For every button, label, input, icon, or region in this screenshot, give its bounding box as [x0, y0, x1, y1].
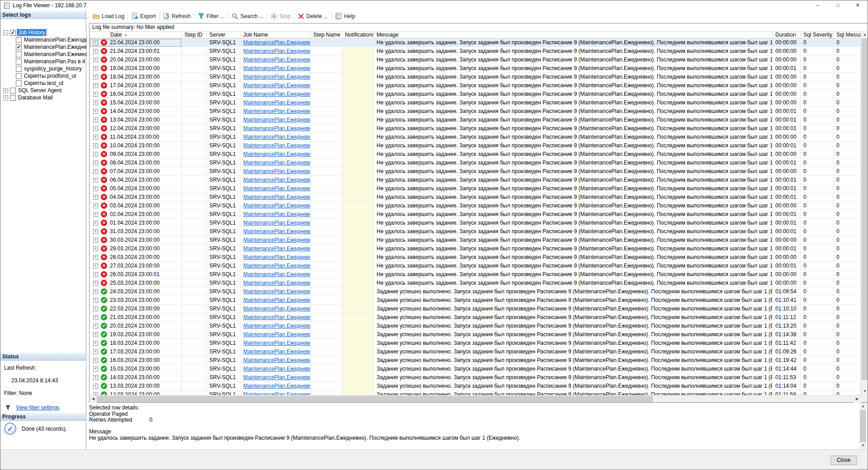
job-name-link[interactable]: MaintenancePlan.Ежедневно	[243, 391, 311, 395]
table-row[interactable]: +✕10.04.2024 23:00:00SRV-SQL1Maintenance…	[90, 141, 868, 150]
job-name-cell[interactable]: MaintenancePlan.Ежедневно	[241, 193, 311, 202]
job-name-cell[interactable]: MaintenancePlan.Ежедневно	[241, 176, 311, 184]
job-name-cell[interactable]: MaintenancePlan.Ежедневно	[241, 313, 311, 322]
job-name-cell[interactable]: MaintenancePlan.Ежедневно	[241, 339, 311, 348]
details-vscroll-thumb[interactable]	[860, 410, 866, 442]
close-window-button[interactable]: ✕	[848, 0, 868, 10]
job-name-link[interactable]: MaintenancePlan.Ежедневно	[243, 340, 311, 346]
job-name-cell[interactable]: MaintenancePlan.Ежедневно	[241, 305, 311, 313]
expand-row-icon[interactable]: +	[93, 178, 98, 183]
table-row[interactable]: +✕15.04.2024 23:00:00SRV-SQL1Maintenance…	[90, 99, 868, 107]
expand-row-icon[interactable]: +	[93, 57, 98, 62]
table-row[interactable]: +✕31.03.2024 23:00:00SRV-SQL1Maintenance…	[90, 227, 868, 236]
job-name-link[interactable]: MaintenancePlan.Ежедневно	[243, 125, 311, 132]
column-header-notifications[interactable]: Notifications	[342, 32, 374, 38]
table-row[interactable]: +✕30.03.2024 23:00:00SRV-SQL1Maintenance…	[90, 236, 868, 244]
expand-row-icon[interactable]: +	[93, 238, 98, 243]
scroll-up-arrow-icon[interactable]: ▲	[859, 403, 867, 410]
column-header-message[interactable]: Message	[374, 32, 773, 38]
job-name-cell[interactable]: MaintenancePlan.Ежедневно	[241, 90, 311, 99]
tree-item-label[interactable]: Скрипты.prodfond_ut	[23, 73, 77, 79]
tree-item-label[interactable]: Database Mail	[17, 94, 54, 101]
refresh-button[interactable]: Refresh	[160, 12, 193, 21]
column-header-step-name[interactable]: Step Name	[311, 32, 342, 38]
table-row[interactable]: +✕29.03.2024 23:00:00SRV-SQL1Maintenance…	[90, 244, 868, 253]
job-name-cell[interactable]: MaintenancePlan.Ежедневно	[241, 262, 311, 270]
expand-row-icon[interactable]: +	[93, 126, 98, 131]
table-row[interactable]: +✔22.03.2024 23:00:00SRV-SQL1Maintenance…	[90, 305, 868, 313]
job-name-cell[interactable]: MaintenancePlan.Ежедневно	[241, 365, 311, 373]
table-row[interactable]: +✕01.04.2024 23:00:00SRV-SQL1Maintenance…	[90, 219, 868, 227]
scroll-left-arrow-icon[interactable]: ◀	[90, 395, 97, 403]
table-row[interactable]: +✕04.04.2024 23:00:00SRV-SQL1Maintenance…	[90, 193, 868, 202]
expand-row-icon[interactable]: +	[93, 75, 98, 80]
expand-row-icon[interactable]: +	[93, 298, 98, 303]
job-name-cell[interactable]: MaintenancePlan.Ежедневно	[241, 330, 311, 339]
expand-row-icon[interactable]: +	[93, 315, 98, 320]
delete-button[interactable]: Delete ...	[295, 12, 330, 21]
table-row[interactable]: +✕19.04.2024 23:00:00SRV-SQL1Maintenance…	[90, 64, 868, 73]
column-header-server[interactable]: Server	[207, 32, 241, 38]
grid-vscroll-thumb[interactable]	[862, 38, 868, 380]
tree-item-label[interactable]: MaintenancePlan.Ежедневно	[23, 44, 96, 50]
expand-row-icon[interactable]: +	[93, 169, 98, 174]
job-name-cell[interactable]: MaintenancePlan.Ежедневно	[241, 270, 311, 279]
job-name-cell[interactable]: MaintenancePlan.Ежедневно	[241, 124, 311, 133]
job-name-link[interactable]: MaintenancePlan.Ежедневно	[243, 220, 311, 226]
scroll-up-arrow-icon[interactable]: ▲	[861, 31, 868, 38]
expand-row-icon[interactable]: +	[93, 212, 98, 217]
job-name-cell[interactable]: MaintenancePlan.Ежедневно	[241, 107, 311, 116]
job-name-link[interactable]: MaintenancePlan.Ежедневно	[243, 366, 311, 372]
table-row[interactable]: +✕22.04.2024 23:00:00SRV-SQL1Maintenance…	[90, 38, 868, 47]
table-row[interactable]: +✕05.04.2024 23:00:00SRV-SQL1Maintenance…	[90, 184, 868, 193]
job-name-cell[interactable]: MaintenancePlan.Ежедневно	[241, 116, 311, 124]
grid-horizontal-scrollbar[interactable]: ◀ ▶	[90, 395, 861, 402]
table-row[interactable]: +✕09.04.2024 23:00:00SRV-SQL1Maintenance…	[90, 150, 868, 159]
job-name-link[interactable]: MaintenancePlan.Ежедневно	[243, 56, 311, 63]
tree-checkbox[interactable]: ✓	[16, 44, 22, 50]
expand-row-icon[interactable]: +	[93, 160, 98, 165]
expand-row-icon[interactable]: +	[93, 135, 98, 140]
expand-row-icon[interactable]: +	[93, 332, 98, 337]
grid-vertical-scrollbar[interactable]: ▲ ▼	[861, 31, 868, 395]
job-name-cell[interactable]: MaintenancePlan.Ежедневно	[241, 64, 311, 73]
column-header-duration[interactable]: Duration	[773, 32, 801, 38]
tree-item-label[interactable]: syspolicy_purge_history	[23, 66, 83, 72]
column-header-sql-severity[interactable]: Sql Severity	[801, 32, 834, 38]
tree-checkbox[interactable]: ✓	[10, 30, 16, 36]
expand-row-icon[interactable]: +	[93, 358, 98, 363]
table-row[interactable]: +✔19.03.2024 23:00:00SRV-SQL1Maintenance…	[90, 330, 868, 339]
job-name-cell[interactable]: MaintenancePlan.Ежедневно	[241, 150, 311, 159]
expand-row-icon[interactable]: +	[93, 263, 98, 268]
column-header-step-id[interactable]: Step ID	[182, 32, 207, 38]
tree-checkbox[interactable]	[16, 66, 22, 72]
table-row[interactable]: +✕27.03.2024 23:00:00SRV-SQL1Maintenance…	[90, 262, 868, 270]
job-name-link[interactable]: MaintenancePlan.Ежедневно	[243, 82, 311, 89]
expand-row-icon[interactable]: +	[93, 324, 98, 329]
job-name-link[interactable]: MaintenancePlan.Ежедневно	[243, 237, 311, 243]
job-name-cell[interactable]: MaintenancePlan.Ежедневно	[241, 348, 311, 356]
job-name-link[interactable]: MaintenancePlan.Ежедневно	[243, 357, 311, 363]
grid-hscroll-thumb[interactable]	[97, 396, 653, 402]
help-button[interactable]: Help	[333, 12, 358, 21]
job-name-link[interactable]: MaintenancePlan.Ежедневно	[243, 108, 311, 114]
job-name-link[interactable]: MaintenancePlan.Ежедневно	[243, 65, 311, 71]
table-row[interactable]: +✕18.04.2024 23:00:00SRV-SQL1Maintenance…	[90, 73, 868, 81]
job-name-link[interactable]: MaintenancePlan.Ежедневно	[243, 177, 311, 183]
expand-row-icon[interactable]: +	[93, 152, 98, 157]
tree-item-job-history[interactable]: −✓Job History	[0, 29, 86, 36]
job-name-link[interactable]: MaintenancePlan.Ежедневно	[243, 160, 311, 166]
table-row[interactable]: +✕25.03.2024 23:00:00SRV-SQL1Maintenance…	[90, 279, 868, 287]
table-row[interactable]: +✔18.03.2024 23:00:00SRV-SQL1Maintenance…	[90, 339, 868, 348]
job-name-cell[interactable]: MaintenancePlan.Ежедневно	[241, 202, 311, 210]
tree-item-maintenanceplan-раз-в-4-часа[interactable]: MaintenancePlan.Раз в 4 часа	[0, 58, 86, 65]
table-row[interactable]: +✕16.04.2024 23:00:00SRV-SQL1Maintenance…	[90, 90, 868, 99]
job-name-cell[interactable]: MaintenancePlan.Ежедневно	[241, 382, 311, 390]
job-name-link[interactable]: MaintenancePlan.Ежедневно	[243, 99, 311, 106]
table-row[interactable]: +✔23.03.2024 23:00:00SRV-SQL1Maintenance…	[90, 296, 868, 305]
job-name-link[interactable]: MaintenancePlan.Ежедневно	[243, 202, 311, 209]
job-name-link[interactable]: MaintenancePlan.Ежедневно	[243, 314, 311, 320]
job-name-link[interactable]: MaintenancePlan.Ежедневно	[243, 331, 311, 338]
column-header-job-name[interactable]: Job Name	[241, 32, 311, 38]
tree-checkbox[interactable]	[16, 52, 22, 57]
